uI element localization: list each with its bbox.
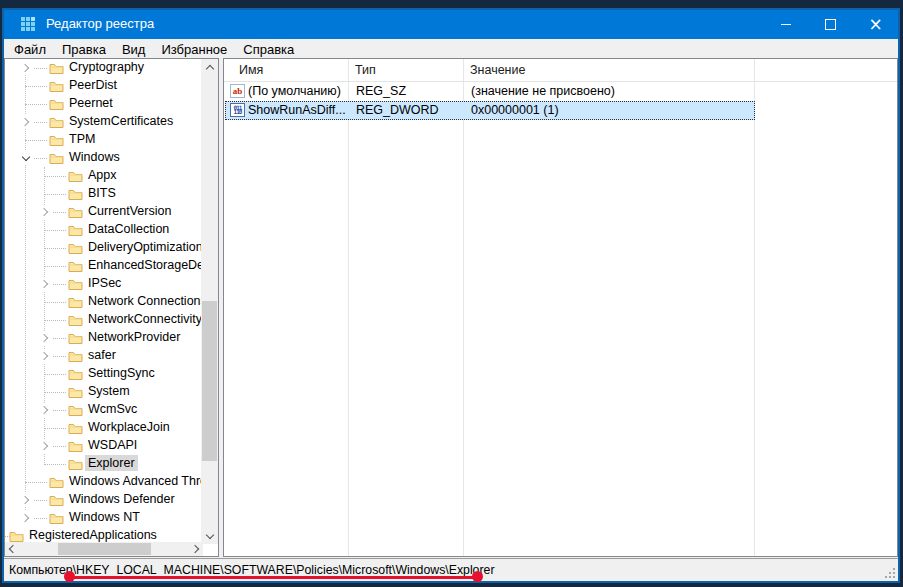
dword-value-icon: 011110 [230,103,245,117]
tree-item-label: CurrentVersion [85,203,174,219]
tree-connector [44,392,66,393]
expander-expand-icon[interactable] [38,439,52,453]
column-header-type[interactable]: Тип [355,59,455,81]
scroll-down-button[interactable] [201,527,218,544]
maximize-button[interactable] [808,10,853,39]
tree-item-label: Windows Defender [66,491,178,507]
tree-item[interactable]: TPM [5,131,219,149]
registry-editor-window: Редактор реестра × ФайлПравкаВидИзбранно… [2,8,900,583]
tree-item[interactable]: safer [5,347,219,365]
scroll-left-button[interactable] [5,542,19,556]
folder-icon [68,385,83,398]
menu-избранное[interactable]: Избранное [153,40,235,59]
tree-vertical-scrollbar[interactable] [201,59,218,544]
tree-item[interactable]: IPSec [5,275,219,293]
tree-item[interactable]: EnhancedStorageDevi [5,257,219,275]
tree-item[interactable]: BITS [5,185,219,203]
value-row[interactable]: 011110ShowRunAsDiff...REG_DWORD0x0000000… [225,101,755,120]
menu-файл[interactable]: Файл [6,40,54,59]
chevron-icon [40,406,48,414]
expander-expand-icon[interactable] [38,331,52,345]
tree-item[interactable]: PeerDist [5,77,219,95]
folder-icon [9,529,24,542]
tree-item[interactable]: Appx [5,167,219,185]
scroll-up-button[interactable] [201,59,218,76]
tree-item[interactable]: WcmSvc [5,401,219,419]
column-divider[interactable] [348,59,349,556]
tree-item-label: RegisteredApplications [26,527,160,543]
tree-item-label: Windows Advanced Threa [66,473,217,489]
expander-expand-icon[interactable] [38,349,52,363]
tree-item[interactable]: Network Connections [5,293,219,311]
tree-item[interactable]: CurrentVersion [5,203,219,221]
tree-item-label: Cryptography [66,59,147,75]
chevron-icon [40,280,48,288]
tree-item[interactable]: Windows Advanced Threa [5,473,219,491]
folder-icon [68,403,83,416]
tree-item[interactable]: Windows NT [5,509,219,527]
expander-expand-icon[interactable] [19,511,33,525]
tree-item[interactable]: WorkplaceJoin [5,419,219,437]
vertical-scroll-thumb[interactable] [202,301,217,461]
expander-expand-icon[interactable] [38,277,52,291]
tree-item[interactable]: Windows Defender [5,491,219,509]
tree-item-label: TPM [66,131,98,147]
desktop-background: { "window": { "title": "Редактор реестра… [0,0,903,587]
tree-item[interactable]: DataCollection [5,221,219,239]
close-icon: × [868,16,882,33]
column-header-name[interactable]: Имя [239,59,339,81]
tree-item[interactable]: Cryptography [5,59,219,77]
tree-item-label: EnhancedStorageDevi [85,257,216,273]
expander-collapse-icon[interactable] [19,151,33,165]
folder-icon [68,457,83,470]
tree-item[interactable]: Peernet [5,95,219,113]
tree-item[interactable]: NetworkConnectivityS [5,311,219,329]
menu-справка[interactable]: Справка [235,40,302,59]
folder-icon [68,205,83,218]
column-divider[interactable] [754,59,755,556]
annotation-underline [70,576,478,579]
tree-item-label: DataCollection [85,221,172,237]
resize-grip-icon[interactable] [883,566,895,578]
folder-icon [49,151,64,164]
expander-expand-icon[interactable] [19,61,33,75]
title-bar[interactable]: Редактор реестра × [4,10,898,39]
expander-expand-icon[interactable] [19,493,33,507]
folder-icon [49,511,64,524]
close-button[interactable]: × [853,10,898,39]
tree-horizontal-scrollbar[interactable] [5,542,203,556]
tree-item-label: NetworkConnectivityS [85,311,213,327]
folder-icon [68,223,83,236]
minimize-button[interactable] [763,10,808,39]
tree-connector [44,266,66,267]
tree-item[interactable]: WSDAPI [5,437,219,455]
menu-вид[interactable]: Вид [114,40,154,59]
column-header-value[interactable]: Значение [470,59,620,81]
tree-connector [44,302,66,303]
horizontal-scroll-thumb[interactable] [58,543,151,555]
tree-item[interactable]: NetworkProvider [5,329,219,347]
tree-item[interactable]: DeliveryOptimization [5,239,219,257]
tree-item[interactable]: SettingSync [5,365,219,383]
tree-item[interactable]: Explorer [5,455,219,473]
value-data: 0x00000001 (1) [471,103,559,117]
tree-item[interactable]: Windows [5,149,219,167]
tree-item[interactable]: SystemCertificates [5,113,219,131]
tree-item-label: NetworkProvider [85,329,183,345]
value-type: REG_DWORD [356,103,439,117]
tree-connector [25,140,47,141]
value-row[interactable]: ab(По умолчанию)REG_SZ(значение не присв… [225,82,755,101]
folder-icon [49,475,64,488]
tree-connector [44,464,66,465]
value-type: REG_SZ [356,84,406,98]
expander-expand-icon[interactable] [19,115,33,129]
tree-item[interactable]: System [5,383,219,401]
tree-connector [44,428,66,429]
expander-expand-icon[interactable] [38,205,52,219]
menu-правка[interactable]: Правка [54,40,114,59]
expander-expand-icon[interactable] [38,403,52,417]
scroll-right-button[interactable] [189,542,203,556]
column-divider[interactable] [463,59,464,556]
tree-item-label: Appx [85,167,120,183]
registry-path-text: Компьютер\HKEY_LOCAL_MACHINE\SOFTWARE\Po… [9,563,495,577]
